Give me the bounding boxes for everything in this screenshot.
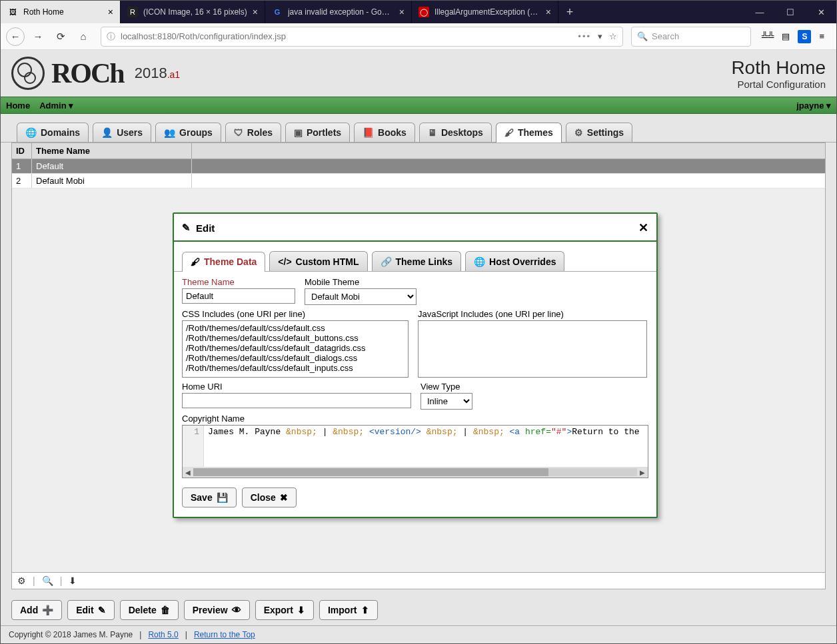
tab-host-overrides[interactable]: 🌐Host Overrides [465, 251, 564, 271]
gear-icon[interactable]: ⚙ [17, 575, 26, 586]
tab-theme-links[interactable]: 🔗Theme Links [372, 251, 462, 271]
new-tab-button[interactable]: + [558, 1, 581, 23]
theme-name-input[interactable] [182, 288, 295, 304]
footer-link-roth[interactable]: Roth 5.0 [148, 630, 178, 639]
tab-themes[interactable]: 🖌Themes [496, 123, 562, 143]
scroll-left-icon[interactable]: ◀ [183, 469, 193, 476]
tab-users[interactable]: 👤Users [93, 123, 151, 142]
css-includes-textarea[interactable]: /Roth/themes/default/css/default.css /Ro… [182, 320, 409, 378]
scroll-right-icon[interactable]: ▶ [637, 469, 648, 476]
js-includes-textarea[interactable] [418, 320, 647, 378]
sidebar-icon[interactable]: ▤ [782, 31, 790, 41]
menu-icon[interactable]: ≡ [819, 31, 824, 41]
menu-user[interactable]: jpayne ▾ [796, 101, 831, 111]
page-actions-icon[interactable]: ••• [578, 31, 591, 41]
menu-home[interactable]: Home [6, 101, 30, 111]
import-button[interactable]: Import⬆ [319, 600, 378, 620]
copyright-code-editor[interactable]: 1 James M. Payne &nbsp; | &nbsp; <versio… [182, 425, 648, 478]
profile-badge[interactable]: S [798, 30, 811, 43]
library-icon[interactable]: ╩╩ [762, 31, 774, 41]
reload-button[interactable]: ⟳ [51, 27, 70, 46]
tab-close-icon[interactable]: × [546, 7, 551, 17]
plus-icon: ➕ [42, 605, 53, 615]
tab-label: Roth Home [23, 7, 103, 17]
export-button[interactable]: Export⬇ [255, 600, 314, 620]
close-button[interactable]: Close✖ [242, 487, 297, 507]
col-name[interactable]: Theme Name [32, 143, 192, 159]
tab-label: java invalid exception - Google [288, 7, 394, 17]
brush-icon: 🖌 [191, 256, 200, 267]
col-id[interactable]: ID [12, 143, 32, 159]
action-buttons: Add➕ Edit✎ Delete🗑 Preview👁 Export⬇ Impo… [1, 595, 836, 625]
menubar: Home Admin ▾ jpayne ▾ [1, 97, 836, 114]
label-copyright-name: Copyright Name [182, 414, 648, 424]
cell-id: 2 [12, 174, 32, 188]
maximize-button[interactable]: ☐ [775, 1, 806, 23]
search-bar[interactable]: 🔍 Search [631, 27, 751, 47]
app-logo: ROCh 2018.a1 [11, 57, 180, 90]
tab-roles[interactable]: 🛡Roles [225, 123, 281, 142]
dialog-close-button[interactable]: ✕ [638, 220, 648, 235]
preview-button[interactable]: Preview👁 [184, 600, 250, 620]
tab-settings[interactable]: ⚙Settings [566, 123, 632, 142]
browser-tabs: 🖼 Roth Home × R (ICON Image, 16 × 16 pix… [1, 1, 744, 23]
browser-titlebar: 🖼 Roth Home × R (ICON Image, 16 × 16 pix… [1, 1, 836, 23]
globe-icon: 🌐 [25, 127, 37, 138]
save-button[interactable]: Save💾 [182, 487, 237, 507]
search-icon[interactable]: 🔍 [42, 575, 53, 586]
browser-tab-1[interactable]: R (ICON Image, 16 × 16 pixels) × [121, 1, 265, 23]
tab-label: IllegalArgumentException (Jav… [434, 7, 540, 17]
reader-icon[interactable]: ▾ [598, 31, 602, 41]
delete-button[interactable]: Delete🗑 [120, 600, 179, 620]
grid-bottom-bar: ⚙ | 🔍 | ⬇ [12, 572, 825, 589]
close-window-button[interactable]: ✕ [806, 1, 836, 23]
edit-dialog: ✎ Edit ✕ 🖌Theme Data </>Custom HTML 🔗The… [173, 212, 658, 518]
app-header: ROCh 2018.a1 Roth Home Portal Configurat… [1, 50, 836, 97]
desktop-icon: 🖥 [428, 127, 437, 138]
users-icon: 👥 [164, 127, 175, 138]
table-row[interactable]: 1 Default [12, 159, 825, 174]
admin-tabs: 🌐Domains 👤Users 👥Groups 🛡Roles ▣Portlets… [1, 114, 836, 143]
search-placeholder: Search [652, 31, 679, 41]
menu-admin[interactable]: Admin ▾ [39, 101, 73, 111]
tab-desktops[interactable]: 🖥Desktops [419, 123, 492, 142]
browser-tab-0[interactable]: 🖼 Roth Home × [1, 1, 121, 23]
globe-icon: 🌐 [474, 256, 485, 267]
home-uri-input[interactable] [182, 393, 411, 408]
tab-custom-html[interactable]: </>Custom HTML [269, 251, 367, 271]
code-scrollbar[interactable]: ◀ ▶ [183, 467, 648, 478]
table-row[interactable]: 2 Default Mobi [12, 174, 825, 188]
edit-button[interactable]: Edit✎ [67, 600, 114, 620]
logo-version: 2018.a1 [135, 65, 180, 82]
back-button[interactable]: ← [6, 27, 25, 46]
footer-link-top[interactable]: Return to the Top [194, 630, 255, 639]
forward-button[interactable]: → [29, 27, 47, 46]
tab-close-icon[interactable]: × [399, 7, 405, 17]
browser-tab-2[interactable]: G java invalid exception - Google × [265, 1, 412, 23]
search-icon: 🔍 [637, 31, 648, 41]
minimize-button[interactable]: — [744, 1, 775, 23]
dialog-body: Theme Name Mobile Theme Default Mobi CSS… [174, 272, 656, 487]
mobile-theme-select[interactable]: Default Mobi [305, 288, 417, 305]
home-button[interactable]: ⌂ [74, 27, 93, 46]
cell-id: 1 [12, 159, 32, 173]
tab-theme-data[interactable]: 🖌Theme Data [182, 252, 265, 272]
view-type-select[interactable]: Inline [420, 393, 472, 410]
label-theme-name: Theme Name [182, 277, 295, 287]
tab-groups[interactable]: 👥Groups [155, 123, 221, 142]
code-text[interactable]: James M. Payne &nbsp; | &nbsp; <version/… [204, 426, 648, 467]
dialog-actions: Save💾 Close✖ [174, 487, 656, 517]
tab-close-icon[interactable]: × [253, 7, 258, 17]
browser-tab-3[interactable]: ◯ IllegalArgumentException (Jav… × [412, 1, 558, 23]
bookmark-icon[interactable]: ☆ [609, 31, 617, 41]
download-icon[interactable]: ⬇ [69, 575, 77, 586]
url-bar[interactable]: ⓘ localhost:8180/Roth/configuration/inde… [101, 27, 623, 47]
tab-domains[interactable]: 🌐Domains [17, 123, 89, 142]
tab-portlets[interactable]: ▣Portlets [285, 123, 350, 142]
eye-icon: 👁 [232, 605, 241, 615]
tab-books[interactable]: 📕Books [354, 123, 415, 142]
add-button[interactable]: Add➕ [11, 600, 62, 620]
save-icon: 💾 [217, 492, 228, 503]
dialog-titlebar: ✎ Edit ✕ [174, 214, 656, 242]
tab-close-icon[interactable]: × [108, 7, 113, 17]
